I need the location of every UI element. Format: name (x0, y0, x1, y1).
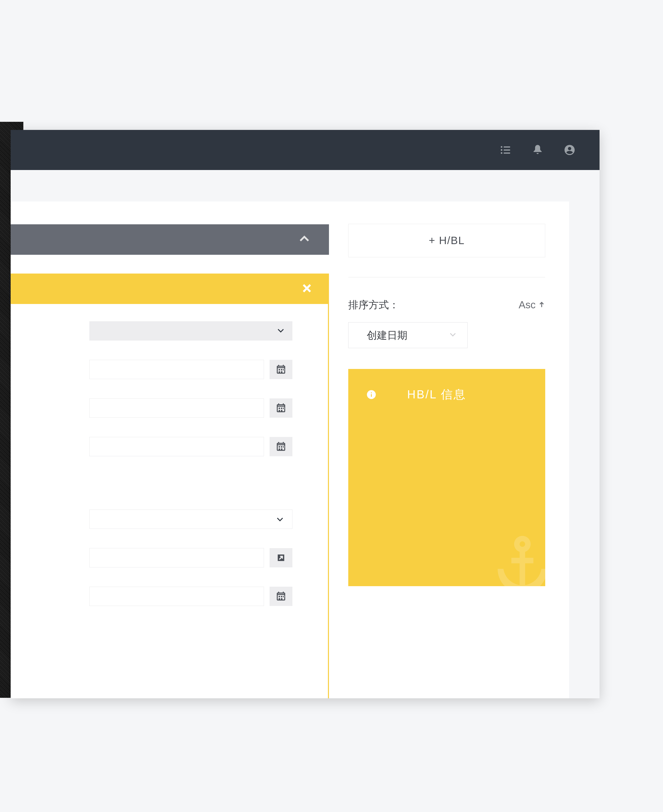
calendar-button[interactable] (270, 437, 293, 456)
svg-point-2 (501, 149, 502, 151)
divider (348, 277, 545, 278)
sort-row: 排序方式： Asc (348, 298, 545, 312)
sort-order-toggle[interactable]: Asc (519, 299, 545, 311)
date-input[interactable] (89, 587, 264, 606)
calendar-button[interactable] (270, 360, 293, 379)
form-row (89, 360, 293, 379)
calendar-button[interactable] (270, 399, 293, 418)
add-hbl-button[interactable]: + H/BL (348, 224, 545, 257)
add-hbl-label: + H/BL (429, 234, 465, 247)
date-input[interactable] (89, 437, 264, 456)
open-external-button[interactable] (270, 548, 293, 567)
bell-icon[interactable] (530, 143, 545, 157)
select-field[interactable] (89, 321, 293, 341)
anchor-icon (489, 530, 545, 586)
info-icon (366, 389, 377, 400)
svg-rect-5 (504, 152, 510, 153)
list-icon[interactable] (498, 143, 513, 157)
calendar-button[interactable] (270, 587, 293, 606)
left-form-panel (11, 202, 338, 698)
app-window: + H/BL 排序方式： Asc 创建日期 (11, 130, 600, 698)
svg-point-4 (501, 152, 502, 154)
select-field[interactable] (89, 510, 293, 529)
form-row (89, 548, 293, 567)
form-row (89, 399, 293, 418)
yellow-pane (11, 274, 329, 698)
chevron-up-icon (298, 232, 311, 247)
form-row (89, 437, 293, 456)
text-input[interactable] (89, 548, 264, 567)
body-area: + H/BL 排序方式： Asc 创建日期 (11, 170, 600, 698)
sort-label: 排序方式： (348, 298, 399, 312)
chevron-down-icon (275, 515, 285, 524)
arrow-up-icon (538, 299, 545, 311)
sort-order-text: Asc (519, 299, 535, 311)
sort-field-select[interactable]: 创建日期 (348, 322, 467, 348)
form-row (89, 510, 293, 529)
hbl-info-card[interactable]: HB/L 信息 (348, 369, 545, 586)
date-input[interactable] (89, 399, 264, 418)
form-row (89, 321, 293, 341)
content-card: + H/BL 排序方式： Asc 创建日期 (11, 202, 569, 698)
right-panel: + H/BL 排序方式： Asc 创建日期 (348, 202, 551, 698)
close-icon[interactable] (301, 283, 313, 295)
section-header-gray[interactable] (11, 224, 329, 255)
hbl-card-header: HB/L 信息 (348, 369, 545, 402)
chevron-down-icon (276, 326, 285, 336)
chevron-down-icon (448, 329, 457, 341)
date-input[interactable] (89, 360, 264, 379)
svg-point-0 (501, 146, 502, 148)
hbl-card-title: HB/L 信息 (407, 387, 466, 402)
topbar (11, 130, 600, 170)
svg-rect-1 (504, 147, 510, 147)
svg-rect-3 (504, 150, 510, 150)
account-icon[interactable] (563, 143, 577, 157)
sort-field-value: 创建日期 (367, 328, 408, 342)
form-row (89, 587, 293, 606)
yellow-pane-header (11, 274, 328, 304)
